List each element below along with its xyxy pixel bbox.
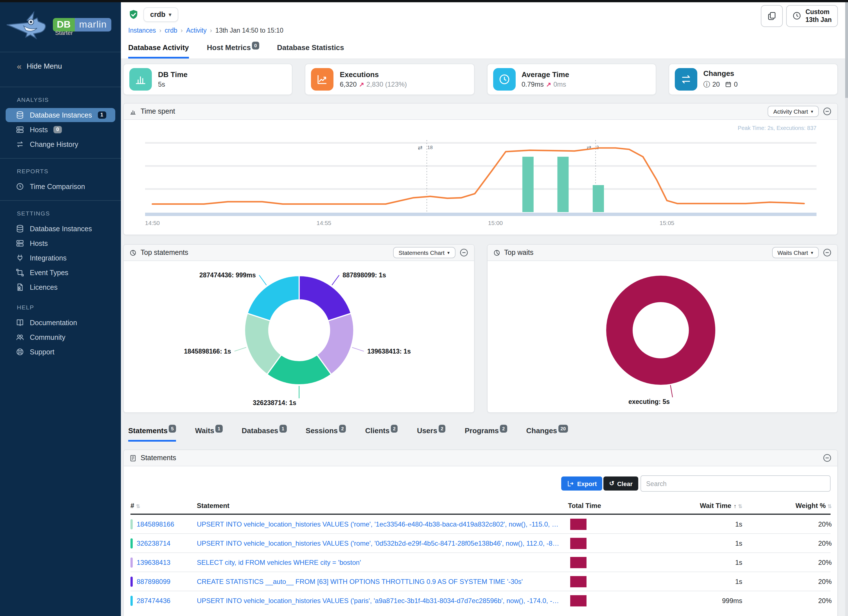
statement-id-link[interactable]: 326238714 [136, 539, 178, 547]
search-input[interactable] [640, 475, 830, 492]
collapse-panel-icon[interactable] [823, 453, 832, 462]
sidebar-item-hosts[interactable]: Hosts [6, 236, 115, 250]
brand-logo[interactable]: DB marlin Starter [0, 2, 121, 44]
detail-tab-clients[interactable]: Clients2 [365, 426, 398, 442]
sidebar-item-hosts[interactable]: Hosts0 [6, 123, 115, 137]
tab-label: Programs [465, 426, 499, 435]
statement-color-chip [130, 557, 133, 567]
tab-database-activity[interactable]: Database Activity [128, 43, 189, 58]
detail-tab-programs[interactable]: Programs2 [465, 426, 507, 442]
statement-sql-link[interactable]: SELECT city, id FROM vehicles WHERE city… [197, 558, 568, 566]
col-statement[interactable]: Statement [197, 502, 568, 510]
change-marker-count: 18 [427, 145, 433, 150]
scrollbar[interactable] [845, 2, 848, 616]
sidebar-item-community[interactable]: Community [6, 330, 115, 344]
sidebar-nav: ANALYSISDatabase Instances1Hosts0Change … [0, 87, 121, 359]
statement-id-link[interactable]: 887898099 [136, 577, 178, 585]
detail-tab-sessions[interactable]: Sessions2 [305, 426, 346, 442]
export-icon [567, 480, 574, 487]
wait-time-value: 1s [635, 520, 742, 528]
sort-asc-icon: ↑ [734, 503, 736, 509]
breadcrumb-item[interactable]: crdb [165, 27, 178, 34]
hide-menu-label: Hide Menu [27, 62, 62, 70]
statements-donut-chart[interactable]: 887898099: 1s139638413: 1s326238714: 1s1… [124, 261, 474, 413]
clear-button[interactable]: ↺ Clear [604, 476, 639, 491]
tab-label: Sessions [305, 426, 338, 435]
metric-card-average-time[interactable]: Average Time0.79ms↗0ms [487, 64, 656, 95]
clock-icon [16, 182, 24, 191]
sidebar-item-documentation[interactable]: Documentation [6, 316, 115, 330]
waits-donut-chart[interactable]: executing: 5s [487, 261, 837, 413]
clock-icon [498, 73, 510, 86]
statement-sql-link[interactable]: CREATE STATISTICS __auto__ FROM [63] WIT… [197, 577, 568, 585]
donut-label: 326238714: 1s [253, 399, 297, 407]
metric-title: Executions [340, 70, 407, 79]
brand-marlin: marlin [74, 18, 111, 31]
col-id[interactable]: #⇅ [130, 502, 197, 510]
wait-time-value: 1s [635, 577, 742, 585]
sidebar-item-integrations[interactable]: Integrations [6, 251, 115, 265]
detail-tab-databases[interactable]: Databases1 [242, 426, 287, 442]
weight-value: 20% [742, 597, 832, 604]
time-range-button[interactable]: Custom 13th Jan [786, 5, 838, 27]
detail-tab-changes[interactable]: Changes20 [526, 426, 568, 442]
sidebar-item-time-comparison[interactable]: Time Comparison [6, 180, 115, 193]
sidebar-item-label: Documentation [30, 319, 77, 327]
metric-card-changes[interactable]: Changesⓘ200 [669, 64, 838, 95]
metric-card-executions[interactable]: Executions6,320↗2,830 (123%) [305, 64, 474, 95]
tab-host-metrics[interactable]: Host Metrics0 [207, 43, 259, 58]
col-total-time[interactable]: Total Time [568, 502, 635, 510]
statements-icon [129, 454, 136, 462]
x-axis-tick: 14:55 [317, 220, 332, 226]
statement-id-link[interactable]: 139638413 [136, 558, 178, 566]
metric-card-db-time[interactable]: DB Time5s [123, 64, 293, 95]
collapse-panel-icon[interactable] [459, 248, 468, 257]
sidebar-item-event-types[interactable]: Event Types [6, 266, 115, 280]
metric-value: 5s [158, 81, 165, 89]
statements-chart-select[interactable]: Statements Chart ▾ [393, 247, 455, 258]
panel-title: Time spent [141, 107, 175, 115]
sidebar-item-database-instances[interactable]: Database Instances [6, 222, 115, 236]
waits-chart-select[interactable]: Waits Chart ▾ [772, 247, 819, 258]
statement-sql-link[interactable]: UPSERT INTO vehicle_location_histories V… [197, 520, 568, 528]
detail-tab-waits[interactable]: Waits1 [195, 426, 223, 442]
sidebar-item-label: Hosts [30, 126, 48, 134]
breadcrumb-item[interactable]: Activity [186, 27, 207, 34]
table-row: 139638413SELECT city, id FROM vehicles W… [130, 553, 830, 572]
sidebar-item-support[interactable]: Support [6, 345, 115, 359]
col-weight[interactable]: Weight %⇅ [742, 502, 832, 510]
sidebar-section-title: HELP [0, 295, 121, 315]
statement-sql-link[interactable]: UPSERT INTO vehicle_location_histories V… [197, 539, 568, 547]
sidebar-item-change-history[interactable]: Change History [6, 137, 115, 151]
statement-sql-link[interactable]: UPSERT INTO vehicle_location_histories V… [197, 597, 568, 604]
executions-bar [557, 157, 569, 212]
copy-link-button[interactable] [761, 5, 783, 27]
top_waits-svg: executing: 5s [487, 261, 838, 413]
export-button[interactable]: Export [562, 476, 603, 491]
detail-tab-users[interactable]: Users2 [417, 426, 446, 442]
exchange-icon [16, 140, 24, 148]
sidebar-item-database-instances[interactable]: Database Instances1 [6, 108, 115, 122]
collapse-panel-icon[interactable] [823, 248, 832, 257]
wait-time-value: 999ms [635, 597, 742, 604]
hide-menu-button[interactable]: « Hide Menu [0, 52, 121, 79]
table-row: 1845898166UPSERT INTO vehicle_location_h… [130, 515, 830, 534]
donut-label: 287474436: 999ms [199, 272, 256, 279]
collapse-panel-icon[interactable] [823, 107, 832, 116]
time-spent-chart[interactable]: ⇄18⇄214:5014:5515:0015:05Peak Time: 2s, … [124, 120, 837, 235]
scrollbar-thumb[interactable] [845, 2, 848, 98]
activity-chart-select[interactable]: Activity Chart ▾ [768, 106, 819, 117]
metric-delta: 0ms [553, 81, 566, 89]
sidebar-item-licences[interactable]: Licences [6, 280, 115, 294]
breadcrumb-item[interactable]: Instances [128, 27, 156, 34]
detail-tab-statements[interactable]: Statements5 [128, 426, 176, 442]
tab-database-statistics[interactable]: Database Statistics [277, 43, 344, 58]
statement-id-link[interactable]: 287474436 [136, 597, 178, 604]
breadcrumb: Instances›crdb›Activity›13th Jan 14:50 t… [128, 27, 283, 34]
tab-label: Host Metrics [207, 43, 251, 52]
pie-chart-icon [493, 249, 500, 256]
col-wait-time[interactable]: Wait Time↑⇅ [635, 502, 742, 510]
instance-name: crdb [150, 11, 165, 19]
instance-selector[interactable]: crdb ▾ [144, 7, 178, 22]
statement-id-link[interactable]: 1845898166 [136, 520, 182, 528]
